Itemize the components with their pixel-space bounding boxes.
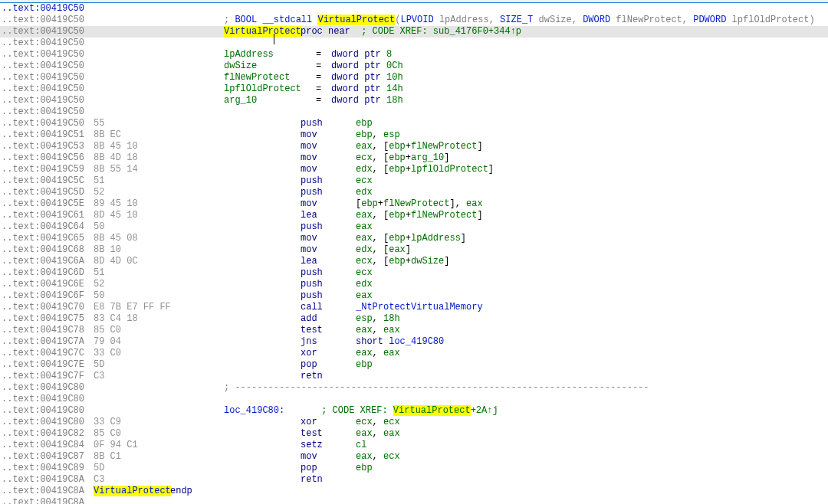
mnemonic[interactable]: push bbox=[301, 118, 356, 129]
register-ref[interactable]: eax bbox=[356, 451, 373, 462]
mnemonic[interactable]: mov bbox=[301, 164, 356, 175]
address-column[interactable]: ..text:00419C89 bbox=[2, 463, 94, 474]
disasm-line[interactable]: ..text:00419C80 bbox=[0, 394, 828, 405]
disasm-line[interactable]: ..text:00419C840F 94 C1setzcl bbox=[0, 440, 828, 451]
address-column[interactable]: ..text:00419C78 bbox=[2, 325, 94, 336]
address-column[interactable]: ..text:00419C51 bbox=[2, 129, 94, 141]
address-column[interactable]: ..text:00419C50 bbox=[2, 61, 94, 72]
operands[interactable]: ebp, esp bbox=[356, 129, 400, 140]
operands[interactable]: ecx, [ebp+arg_10] bbox=[356, 152, 449, 163]
mnemonic[interactable]: call bbox=[301, 302, 356, 313]
disasm-line[interactable]: ..text:00419C6E52pushedx bbox=[0, 279, 828, 290]
register-ref[interactable]: edx bbox=[356, 187, 373, 198]
mnemonic[interactable]: test bbox=[301, 428, 356, 440]
mnemonic[interactable]: add bbox=[301, 313, 356, 325]
disasm-line[interactable]: ..text:00419C5D52pushedx bbox=[0, 187, 828, 198]
operands[interactable]: ebp bbox=[356, 463, 373, 473]
function-name[interactable]: VirtualProtect bbox=[94, 486, 170, 497]
operands[interactable]: edx bbox=[356, 279, 373, 290]
stack-var-name[interactable]: dwSize bbox=[224, 61, 316, 72]
register-ref[interactable]: eax bbox=[356, 348, 373, 358]
symbol-ref[interactable]: loc_419C80 bbox=[389, 336, 444, 347]
disasm-line[interactable]: ..text:00419C8AVirtualProtectendp bbox=[0, 486, 828, 497]
mnemonic[interactable]: pop bbox=[301, 359, 356, 371]
disasm-line[interactable]: ..text:00419C50VirtualProtectproc near ;… bbox=[0, 26, 828, 38]
mnemonic[interactable]: mov bbox=[301, 198, 356, 210]
disasm-line[interactable]: ..text:00419C8033 C9xorecx, ecx bbox=[0, 417, 828, 428]
disasm-line[interactable]: ..text:00419C50 bbox=[0, 3, 828, 15]
mnemonic[interactable]: pop bbox=[301, 463, 356, 474]
register-ref[interactable]: ebp bbox=[356, 129, 373, 140]
operands[interactable]: ecx, ecx bbox=[356, 417, 400, 427]
disasm-line[interactable]: ..text:00419C7FC3retn bbox=[0, 371, 828, 382]
disasm-line[interactable]: ..text:00419C538B 45 10moveax, [ebp+flNe… bbox=[0, 141, 828, 152]
disasm-line[interactable]: ..text:00419C50 bbox=[0, 106, 828, 118]
register-ref[interactable]: ecx bbox=[356, 417, 373, 427]
address-column[interactable]: ..text:00419C50 bbox=[2, 3, 94, 15]
disasm-line[interactable]: ..text:00419C80loc_419C80: ; CODE XREF: … bbox=[0, 405, 828, 417]
mnemonic[interactable]: mov bbox=[301, 141, 356, 152]
symbol-ref[interactable]: arg_10 bbox=[411, 152, 444, 163]
register-ref[interactable]: eax bbox=[389, 244, 406, 255]
address-column[interactable]: ..text:00419C6F bbox=[2, 290, 94, 302]
disasm-line[interactable]: ..text:00419C50arg_10= dword ptr 18h bbox=[0, 95, 828, 106]
operands[interactable]: eax, eax bbox=[356, 428, 400, 439]
register-ref[interactable]: eax bbox=[356, 210, 373, 221]
register-ref[interactable]: eax bbox=[383, 325, 400, 335]
address-column[interactable]: ..text:00419C7E bbox=[2, 359, 94, 371]
mnemonic[interactable]: xor bbox=[301, 417, 356, 428]
stack-var-name[interactable]: arg_10 bbox=[224, 95, 316, 106]
register-ref[interactable]: ecx bbox=[356, 175, 373, 186]
address-column[interactable]: ..text:00419C50 bbox=[2, 15, 94, 26]
address-column[interactable]: ..text:00419C84 bbox=[2, 440, 94, 451]
operands[interactable]: edx bbox=[356, 187, 373, 198]
operands[interactable]: eax, ecx bbox=[356, 451, 400, 462]
disasm-line[interactable]: ..text:00419C7E5Dpopebp bbox=[0, 359, 828, 371]
stack-var-name[interactable]: lpAddress bbox=[224, 49, 316, 61]
operands[interactable]: eax, [ebp+flNewProtect] bbox=[356, 210, 483, 221]
operands[interactable]: short loc_419C80 bbox=[356, 336, 444, 347]
disasm-line[interactable]: ..text:00419C7583 C4 18addesp, 18h bbox=[0, 313, 828, 325]
address-column[interactable]: ..text:00419C5E bbox=[2, 198, 94, 210]
address-column[interactable]: ..text:00419C80 bbox=[2, 394, 94, 405]
local-label[interactable]: loc_419C80: bbox=[224, 405, 316, 417]
address-column[interactable]: ..text:00419C80 bbox=[2, 405, 94, 417]
operands[interactable]: edx, [eax] bbox=[356, 244, 411, 255]
mnemonic[interactable]: push bbox=[301, 279, 356, 290]
symbol-ref[interactable]: flNewProtect bbox=[411, 141, 477, 152]
operands[interactable]: esp, 18h bbox=[356, 313, 400, 324]
disasm-line[interactable]: ..text:00419C518B ECmovebp, esp bbox=[0, 129, 828, 141]
address-column[interactable]: ..text:00419C5D bbox=[2, 187, 94, 198]
disasm-line[interactable]: ..text:00419C50dwSize= dword ptr 0Ch bbox=[0, 61, 828, 72]
symbol-ref[interactable]: lpAddress bbox=[411, 233, 461, 244]
disasm-line[interactable]: ..text:00419C598B 55 14movedx, [ebp+lpfl… bbox=[0, 164, 828, 175]
disasm-line[interactable]: ..text:00419C80; -----------------------… bbox=[0, 382, 828, 394]
disasm-line[interactable]: ..text:00419C5055pushebp bbox=[0, 118, 828, 129]
address-column[interactable]: ..text:00419C75 bbox=[2, 313, 94, 325]
operands[interactable]: eax bbox=[356, 290, 373, 301]
register-ref[interactable]: esp bbox=[383, 129, 400, 140]
register-ref[interactable]: ebp bbox=[356, 463, 373, 473]
code-xref-target[interactable]: VirtualProtect bbox=[393, 405, 471, 416]
operands[interactable]: eax, [ebp+lpAddress] bbox=[356, 233, 466, 244]
disasm-line[interactable]: ..text:00419C7A79 04jnsshort loc_419C80 bbox=[0, 336, 828, 348]
disasm-line[interactable]: ..text:00419C50lpAddress= dword ptr 8 bbox=[0, 49, 828, 61]
address-column[interactable]: ..text:00419C80 bbox=[2, 417, 94, 428]
disasm-line[interactable]: ..text:00419C8AC3retn bbox=[0, 474, 828, 486]
function-name[interactable]: VirtualProtect bbox=[317, 15, 395, 25]
register-ref[interactable]: ebp bbox=[361, 198, 378, 209]
register-ref[interactable]: ebp bbox=[356, 118, 373, 129]
register-ref[interactable]: eax bbox=[356, 233, 373, 244]
register-ref[interactable]: eax bbox=[466, 198, 483, 209]
address-column[interactable]: ..text:00419C68 bbox=[2, 244, 94, 256]
disasm-line[interactable]: ..text:00419C688B 10movedx, [eax] bbox=[0, 244, 828, 256]
symbol-ref[interactable]: dwSize bbox=[411, 256, 444, 267]
mnemonic[interactable]: push bbox=[301, 290, 356, 302]
register-ref[interactable]: ebp bbox=[389, 210, 406, 221]
disasm-line[interactable]: ..text:00419C6450pusheax bbox=[0, 221, 828, 233]
address-column[interactable]: ..text:00419C61 bbox=[2, 210, 94, 221]
address-column[interactable]: ..text:00419C82 bbox=[2, 428, 94, 440]
operands[interactable]: [ebp+flNewProtect], eax bbox=[356, 198, 483, 209]
mnemonic[interactable]: mov bbox=[301, 233, 356, 244]
mnemonic[interactable]: test bbox=[301, 325, 356, 336]
